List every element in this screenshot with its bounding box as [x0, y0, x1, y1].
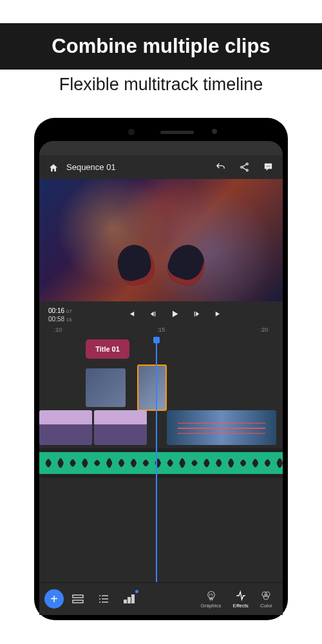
effects-tab[interactable]: Effects: [228, 590, 254, 609]
svg-point-1: [241, 166, 243, 168]
phone-speaker: [160, 131, 194, 134]
timeline-ruler[interactable]: :10 :15 :20: [39, 327, 283, 333]
share-icon[interactable]: [239, 162, 250, 173]
svg-point-0: [246, 163, 248, 165]
app-screen: Sequence 01 00:16 07 0: [39, 141, 283, 615]
video-track-1[interactable]: [39, 410, 283, 446]
svg-point-5: [269, 166, 270, 166]
status-bar: [39, 141, 283, 155]
headline-banner: Combine multiple clips: [0, 23, 322, 70]
play-icon[interactable]: [169, 308, 180, 322]
clip-thumb[interactable]: [94, 410, 147, 445]
comment-icon[interactable]: [263, 162, 274, 173]
timeline[interactable]: Title 01: [39, 337, 283, 582]
list-icon[interactable]: [92, 591, 115, 607]
clip-thumb[interactable]: [39, 410, 92, 445]
step-back-icon[interactable]: [148, 309, 158, 321]
layout-icon[interactable]: [66, 591, 90, 607]
svg-point-13: [265, 592, 270, 597]
svg-rect-9: [128, 597, 131, 603]
video-track-2[interactable]: [39, 367, 283, 408]
step-forward-icon[interactable]: [192, 309, 202, 321]
skip-end-icon[interactable]: [213, 309, 223, 321]
phone-camera: [212, 129, 217, 134]
svg-rect-8: [124, 600, 127, 603]
subheadline-text: Flexible multitrack timeline: [0, 75, 322, 95]
video-preview[interactable]: [39, 179, 283, 301]
svg-rect-6: [73, 595, 83, 598]
clip-thumb[interactable]: [86, 368, 126, 407]
svg-rect-7: [73, 600, 83, 603]
svg-point-14: [264, 594, 269, 600]
title-track[interactable]: Title 01: [39, 339, 283, 365]
svg-point-3: [267, 166, 267, 166]
bottom-toolbar: + Graphics Effects Color: [39, 582, 283, 615]
phone-frame: Sequence 01 00:16 07 0: [34, 118, 288, 620]
svg-point-4: [268, 166, 269, 166]
arrange-icon[interactable]: [118, 591, 141, 607]
timecode-display: 00:16 07 00:58 16: [48, 307, 72, 324]
title-clip[interactable]: Title 01: [86, 339, 129, 359]
app-topbar: Sequence 01: [39, 155, 283, 179]
clip-thumb[interactable]: [167, 410, 276, 445]
undo-icon[interactable]: [215, 162, 226, 173]
skip-start-icon[interactable]: [127, 309, 137, 321]
playback-controls: 00:16 07 00:58 16: [39, 301, 283, 327]
add-button[interactable]: +: [44, 589, 64, 609]
graphics-tab[interactable]: Graphics: [196, 590, 227, 609]
sequence-title[interactable]: Sequence 01: [66, 162, 207, 172]
clip-selected[interactable]: [137, 365, 167, 411]
home-icon[interactable]: [48, 163, 59, 172]
phone-sensor: [128, 129, 135, 135]
playhead[interactable]: [156, 337, 157, 582]
audio-track[interactable]: [39, 448, 283, 478]
color-tab[interactable]: Color: [255, 590, 278, 609]
svg-point-2: [246, 169, 248, 171]
svg-rect-10: [131, 594, 135, 603]
